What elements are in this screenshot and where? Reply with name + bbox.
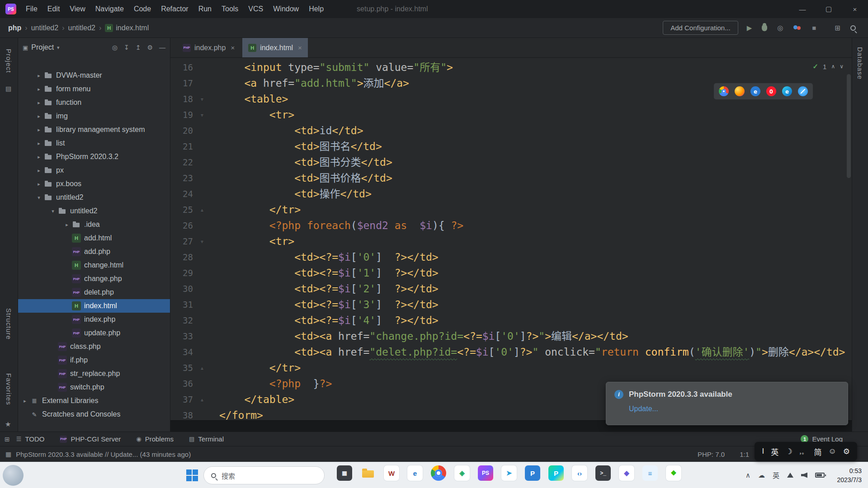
expand-all-icon[interactable]: ↧ <box>124 44 129 51</box>
fold-marker-icon[interactable]: ▿ <box>193 91 211 107</box>
search-everywhere-icon[interactable] <box>850 25 856 31</box>
ie-icon[interactable]: e <box>750 86 760 96</box>
php-version-widget[interactable]: PHP: 7.0 <box>698 450 725 458</box>
terminal-tool[interactable]: ▤Terminal <box>189 435 224 443</box>
cloud-sync-icon[interactable]: ☁ <box>758 471 765 479</box>
close-icon[interactable]: × <box>298 44 302 52</box>
menu-file[interactable]: File <box>21 0 42 18</box>
minimize-button[interactable]: — <box>789 0 816 18</box>
breadcrumb-php[interactable]: php <box>6 23 23 33</box>
menu-run[interactable]: Run <box>193 0 217 18</box>
coverage-icon[interactable]: ◎ <box>777 24 783 32</box>
prev-problem-icon[interactable]: ∧ <box>831 63 835 70</box>
fold-marker-icon[interactable]: ▿ <box>193 107 211 123</box>
tree-item-str-replace-php[interactable]: PHPstr_replace.php <box>18 367 170 380</box>
battery-icon[interactable] <box>815 473 825 478</box>
code-line-22[interactable]: 22 <td>图书分类</td> <box>170 155 852 170</box>
close-icon[interactable]: × <box>231 44 235 52</box>
taskbar-search[interactable]: 搜索 <box>203 466 325 484</box>
stop-icon[interactable]: ■ <box>812 24 816 32</box>
menu-vcs[interactable]: VCS <box>243 0 268 18</box>
code-line-27[interactable]: 27▿ <tr> <box>170 234 852 249</box>
menu-help[interactable]: Help <box>304 0 329 18</box>
tree-chevron-icon[interactable]: ▸ <box>34 73 44 79</box>
firefox-icon[interactable] <box>735 86 745 96</box>
tool-window-button-favorites[interactable]: Favorites <box>5 373 13 405</box>
tree-chevron-icon[interactable]: ▸ <box>34 100 44 106</box>
menu-code[interactable]: Code <box>129 0 156 18</box>
tree-item-px-boos[interactable]: ▸px.boos <box>18 177 170 191</box>
taskbar-clock[interactable]: 0:53 2023/7/3 <box>837 467 862 484</box>
tree-chevron-icon[interactable]: ▾ <box>48 208 58 214</box>
todo-tool[interactable]: ☰TODO <box>16 435 45 443</box>
code-line-20[interactable]: 20 <td>id</td> <box>170 123 852 139</box>
update-link[interactable]: Update... <box>629 405 658 413</box>
tray-expand-icon[interactable]: ∧ <box>745 471 750 479</box>
notes-app[interactable]: ≡ <box>642 465 658 481</box>
tree-item-img[interactable]: ▸img <box>18 109 170 123</box>
breadcrumb-untitled2[interactable]: untitled2 <box>29 23 61 33</box>
tool-window-button-database[interactable]: Database <box>856 47 864 80</box>
ime-cursor-icon[interactable]: I <box>762 447 764 456</box>
blue-docs-app[interactable]: P <box>525 465 540 481</box>
tree-item-switch-php[interactable]: PHPswitch.php <box>18 380 170 394</box>
tree-item-idea[interactable]: ▸.idea <box>18 218 170 231</box>
tree-item-index-html[interactable]: Hindex.html <box>18 299 170 313</box>
caret-position-widget[interactable]: 1:1 <box>740 450 749 458</box>
hide-icon[interactable]: — <box>159 44 165 51</box>
php-cgi-server-tool[interactable]: PHPPHP-CGI Server <box>60 435 121 443</box>
tree-item-px[interactable]: ▸px <box>18 164 170 177</box>
close-button[interactable]: × <box>842 0 868 18</box>
code-line-24[interactable]: 24 <td>操作</td> <box>170 186 852 202</box>
run-icon[interactable]: ▶ <box>747 24 752 32</box>
tree-chevron-icon[interactable]: ▸ <box>34 154 44 160</box>
file-explorer[interactable] <box>360 465 376 481</box>
ime-halfwidth-icon[interactable]: ☽ <box>785 447 792 456</box>
code-line-21[interactable]: 21 <td>图书名</td> <box>170 139 852 155</box>
tree-chevron-icon[interactable]: ▸ <box>20 398 30 404</box>
tree-item-dvwa-master[interactable]: ▸DVWA-master <box>18 69 170 82</box>
tree-item-class-php[interactable]: PHPclass.php <box>18 340 170 353</box>
menu-navigate[interactable]: Navigate <box>90 0 129 18</box>
code-editor[interactable]: 16 <input type="submit" value="所有">17 <a… <box>170 58 852 420</box>
tree-chevron-icon[interactable]: ▸ <box>62 222 72 228</box>
edge-browser[interactable]: e <box>407 465 423 481</box>
editor-tab-index-php[interactable]: PHPindex.php× <box>177 38 241 57</box>
fold-marker-icon[interactable]: ▵ <box>193 360 211 376</box>
collapse-all-icon[interactable]: ↥ <box>136 44 141 51</box>
tree-item-form-menu[interactable]: ▸form menu <box>18 82 170 96</box>
tree-item-untitled2[interactable]: ▾untitled2 <box>18 204 170 218</box>
settings-icon[interactable]: ⚙ <box>147 44 153 51</box>
chrome-browser[interactable] <box>431 465 446 481</box>
problems-tool[interactable]: ◉Problems <box>136 435 174 443</box>
menu-view[interactable]: View <box>65 0 90 18</box>
tree-chevron-icon[interactable]: ▸ <box>34 113 44 119</box>
opera-icon[interactable]: O <box>766 86 776 96</box>
tree-item-scratches-and-consoles[interactable]: ✎Scratches and Consoles <box>18 408 170 421</box>
code-line-19[interactable]: 19▿ <tr> <box>170 107 852 123</box>
tree-item-delet-php[interactable]: PHPdelet.php <box>18 286 170 299</box>
ime-emoji-icon[interactable]: ☺ <box>828 447 836 456</box>
breadcrumb-index-html[interactable]: Hindex.html <box>103 23 151 33</box>
code-line-32[interactable]: 32 <td><?=$i['4'] ?></td> <box>170 313 852 328</box>
tree-item-external-libraries[interactable]: ▸≣External Libraries <box>18 394 170 408</box>
word-app[interactable]: W <box>384 465 399 481</box>
phpstorm-app[interactable]: PS <box>478 465 493 481</box>
code-line-16[interactable]: 16 <input type="submit" value="所有"> <box>170 60 852 75</box>
tree-item-if-php[interactable]: PHPif.php <box>18 353 170 367</box>
debug-icon[interactable] <box>762 24 767 31</box>
layout-icon[interactable]: ⊞ <box>835 24 840 32</box>
tool-window-button-project[interactable]: Project <box>5 49 13 73</box>
tree-item-change-html[interactable]: Hchange.html <box>18 258 170 272</box>
editor-tab-index-html[interactable]: Hindex.html× <box>242 38 308 57</box>
editor-scrollbar[interactable] <box>847 74 851 178</box>
inspection-widget[interactable]: ✓ 1 ∧ ∨ <box>812 62 844 70</box>
tree-item-add-php[interactable]: PHPadd.php <box>18 245 170 258</box>
maximize-button[interactable]: ▢ <box>816 0 842 18</box>
weather-widget-icon[interactable] <box>3 465 24 486</box>
tree-chevron-icon[interactable]: ▸ <box>34 181 44 187</box>
menu-tools[interactable]: Tools <box>217 0 243 18</box>
tool-windows-icon[interactable]: ⊞ <box>5 436 10 443</box>
code-line-23[interactable]: 23 <td>图书价格</td> <box>170 170 852 186</box>
start-button[interactable] <box>186 469 192 475</box>
